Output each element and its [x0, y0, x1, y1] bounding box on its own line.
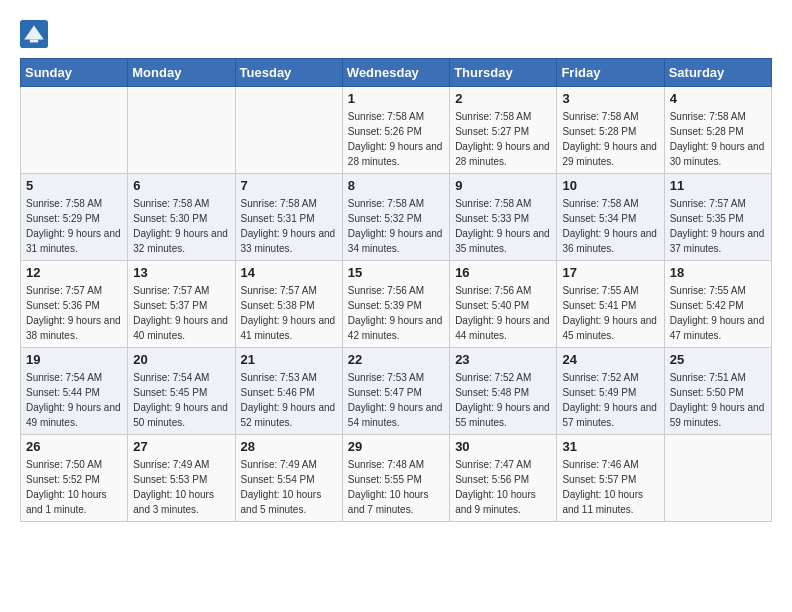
day-number: 30: [455, 439, 551, 454]
day-number: 17: [562, 265, 658, 280]
day-number: 10: [562, 178, 658, 193]
calendar-cell: 5Sunrise: 7:58 AMSunset: 5:29 PMDaylight…: [21, 174, 128, 261]
calendar-cell: 15Sunrise: 7:56 AMSunset: 5:39 PMDayligh…: [342, 261, 449, 348]
day-number: 11: [670, 178, 766, 193]
weekday-header-sunday: Sunday: [21, 59, 128, 87]
calendar-week-row: 5Sunrise: 7:58 AMSunset: 5:29 PMDaylight…: [21, 174, 772, 261]
calendar-cell: 6Sunrise: 7:58 AMSunset: 5:30 PMDaylight…: [128, 174, 235, 261]
weekday-header-friday: Friday: [557, 59, 664, 87]
day-info: Sunrise: 7:51 AMSunset: 5:50 PMDaylight:…: [670, 370, 766, 430]
day-number: 27: [133, 439, 229, 454]
calendar-cell: 22Sunrise: 7:53 AMSunset: 5:47 PMDayligh…: [342, 348, 449, 435]
day-info: Sunrise: 7:53 AMSunset: 5:47 PMDaylight:…: [348, 370, 444, 430]
calendar-cell: [21, 87, 128, 174]
day-number: 3: [562, 91, 658, 106]
calendar-cell: [235, 87, 342, 174]
calendar-cell: 10Sunrise: 7:58 AMSunset: 5:34 PMDayligh…: [557, 174, 664, 261]
day-info: Sunrise: 7:57 AMSunset: 5:35 PMDaylight:…: [670, 196, 766, 256]
weekday-header-row: SundayMondayTuesdayWednesdayThursdayFrid…: [21, 59, 772, 87]
day-info: Sunrise: 7:47 AMSunset: 5:56 PMDaylight:…: [455, 457, 551, 517]
day-info: Sunrise: 7:56 AMSunset: 5:40 PMDaylight:…: [455, 283, 551, 343]
day-info: Sunrise: 7:58 AMSunset: 5:33 PMDaylight:…: [455, 196, 551, 256]
calendar-cell: 17Sunrise: 7:55 AMSunset: 5:41 PMDayligh…: [557, 261, 664, 348]
day-info: Sunrise: 7:46 AMSunset: 5:57 PMDaylight:…: [562, 457, 658, 517]
day-number: 15: [348, 265, 444, 280]
calendar-cell: 13Sunrise: 7:57 AMSunset: 5:37 PMDayligh…: [128, 261, 235, 348]
day-number: 4: [670, 91, 766, 106]
calendar-cell: 12Sunrise: 7:57 AMSunset: 5:36 PMDayligh…: [21, 261, 128, 348]
calendar-cell: 11Sunrise: 7:57 AMSunset: 5:35 PMDayligh…: [664, 174, 771, 261]
day-info: Sunrise: 7:58 AMSunset: 5:27 PMDaylight:…: [455, 109, 551, 169]
calendar-cell: 24Sunrise: 7:52 AMSunset: 5:49 PMDayligh…: [557, 348, 664, 435]
page-header: [20, 20, 772, 48]
day-info: Sunrise: 7:52 AMSunset: 5:49 PMDaylight:…: [562, 370, 658, 430]
calendar-week-row: 26Sunrise: 7:50 AMSunset: 5:52 PMDayligh…: [21, 435, 772, 522]
day-number: 1: [348, 91, 444, 106]
calendar-cell: 9Sunrise: 7:58 AMSunset: 5:33 PMDaylight…: [450, 174, 557, 261]
day-number: 29: [348, 439, 444, 454]
calendar-cell: 8Sunrise: 7:58 AMSunset: 5:32 PMDaylight…: [342, 174, 449, 261]
day-number: 22: [348, 352, 444, 367]
day-info: Sunrise: 7:58 AMSunset: 5:28 PMDaylight:…: [670, 109, 766, 169]
day-number: 5: [26, 178, 122, 193]
day-number: 28: [241, 439, 337, 454]
day-number: 13: [133, 265, 229, 280]
calendar-cell: 29Sunrise: 7:48 AMSunset: 5:55 PMDayligh…: [342, 435, 449, 522]
weekday-header-tuesday: Tuesday: [235, 59, 342, 87]
calendar-cell: 28Sunrise: 7:49 AMSunset: 5:54 PMDayligh…: [235, 435, 342, 522]
day-info: Sunrise: 7:55 AMSunset: 5:41 PMDaylight:…: [562, 283, 658, 343]
day-number: 14: [241, 265, 337, 280]
day-info: Sunrise: 7:58 AMSunset: 5:30 PMDaylight:…: [133, 196, 229, 256]
weekday-header-saturday: Saturday: [664, 59, 771, 87]
calendar-cell: 31Sunrise: 7:46 AMSunset: 5:57 PMDayligh…: [557, 435, 664, 522]
calendar-week-row: 12Sunrise: 7:57 AMSunset: 5:36 PMDayligh…: [21, 261, 772, 348]
weekday-header-wednesday: Wednesday: [342, 59, 449, 87]
calendar-cell: 26Sunrise: 7:50 AMSunset: 5:52 PMDayligh…: [21, 435, 128, 522]
calendar-cell: 16Sunrise: 7:56 AMSunset: 5:40 PMDayligh…: [450, 261, 557, 348]
calendar-week-row: 1Sunrise: 7:58 AMSunset: 5:26 PMDaylight…: [21, 87, 772, 174]
day-info: Sunrise: 7:58 AMSunset: 5:34 PMDaylight:…: [562, 196, 658, 256]
day-number: 8: [348, 178, 444, 193]
day-info: Sunrise: 7:57 AMSunset: 5:38 PMDaylight:…: [241, 283, 337, 343]
logo-icon: [20, 20, 48, 48]
calendar-week-row: 19Sunrise: 7:54 AMSunset: 5:44 PMDayligh…: [21, 348, 772, 435]
calendar-cell: 1Sunrise: 7:58 AMSunset: 5:26 PMDaylight…: [342, 87, 449, 174]
calendar-cell: 20Sunrise: 7:54 AMSunset: 5:45 PMDayligh…: [128, 348, 235, 435]
day-info: Sunrise: 7:58 AMSunset: 5:31 PMDaylight:…: [241, 196, 337, 256]
day-info: Sunrise: 7:48 AMSunset: 5:55 PMDaylight:…: [348, 457, 444, 517]
day-info: Sunrise: 7:52 AMSunset: 5:48 PMDaylight:…: [455, 370, 551, 430]
logo: [20, 20, 52, 48]
day-info: Sunrise: 7:55 AMSunset: 5:42 PMDaylight:…: [670, 283, 766, 343]
day-info: Sunrise: 7:58 AMSunset: 5:26 PMDaylight:…: [348, 109, 444, 169]
day-info: Sunrise: 7:57 AMSunset: 5:36 PMDaylight:…: [26, 283, 122, 343]
day-number: 21: [241, 352, 337, 367]
day-info: Sunrise: 7:57 AMSunset: 5:37 PMDaylight:…: [133, 283, 229, 343]
day-number: 24: [562, 352, 658, 367]
day-number: 6: [133, 178, 229, 193]
day-info: Sunrise: 7:58 AMSunset: 5:28 PMDaylight:…: [562, 109, 658, 169]
day-number: 2: [455, 91, 551, 106]
day-info: Sunrise: 7:54 AMSunset: 5:44 PMDaylight:…: [26, 370, 122, 430]
day-number: 25: [670, 352, 766, 367]
day-info: Sunrise: 7:58 AMSunset: 5:29 PMDaylight:…: [26, 196, 122, 256]
calendar-cell: [664, 435, 771, 522]
calendar-cell: 14Sunrise: 7:57 AMSunset: 5:38 PMDayligh…: [235, 261, 342, 348]
day-number: 19: [26, 352, 122, 367]
calendar-cell: 30Sunrise: 7:47 AMSunset: 5:56 PMDayligh…: [450, 435, 557, 522]
day-number: 7: [241, 178, 337, 193]
calendar-cell: 7Sunrise: 7:58 AMSunset: 5:31 PMDaylight…: [235, 174, 342, 261]
calendar-cell: 2Sunrise: 7:58 AMSunset: 5:27 PMDaylight…: [450, 87, 557, 174]
day-info: Sunrise: 7:49 AMSunset: 5:53 PMDaylight:…: [133, 457, 229, 517]
day-number: 31: [562, 439, 658, 454]
day-number: 16: [455, 265, 551, 280]
weekday-header-thursday: Thursday: [450, 59, 557, 87]
day-number: 23: [455, 352, 551, 367]
calendar-cell: [128, 87, 235, 174]
day-number: 9: [455, 178, 551, 193]
calendar-cell: 3Sunrise: 7:58 AMSunset: 5:28 PMDaylight…: [557, 87, 664, 174]
day-info: Sunrise: 7:58 AMSunset: 5:32 PMDaylight:…: [348, 196, 444, 256]
calendar-cell: 21Sunrise: 7:53 AMSunset: 5:46 PMDayligh…: [235, 348, 342, 435]
day-number: 26: [26, 439, 122, 454]
day-info: Sunrise: 7:49 AMSunset: 5:54 PMDaylight:…: [241, 457, 337, 517]
calendar-cell: 27Sunrise: 7:49 AMSunset: 5:53 PMDayligh…: [128, 435, 235, 522]
